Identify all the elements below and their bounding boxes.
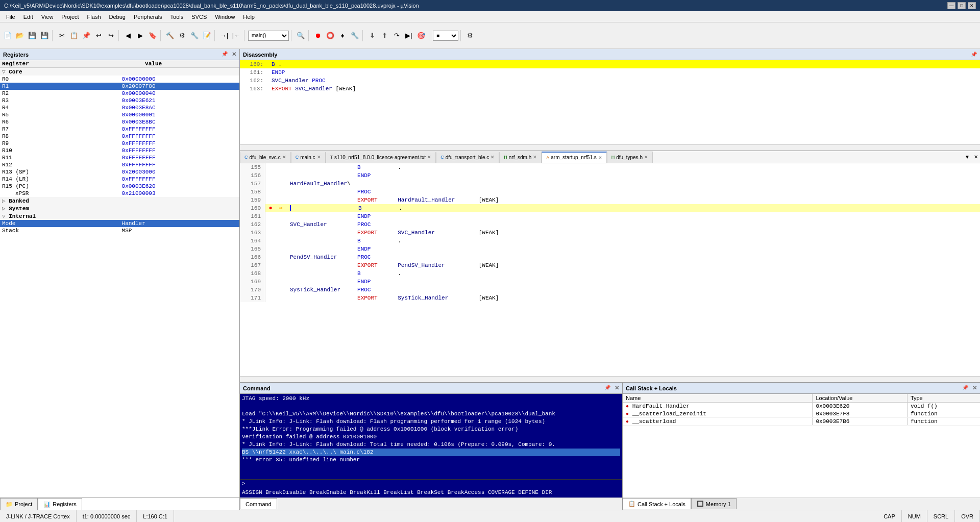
maximize-button[interactable]: □ [958,2,966,9]
line-breakpoint[interactable] [265,171,276,180]
tb-step-in[interactable]: ⬇ [366,30,378,41]
table-row[interactable]: R9 0xFFFFFFFF [0,140,239,147]
line-breakpoint[interactable] [265,163,276,171]
minimize-button[interactable]: — [947,2,955,9]
menu-debug[interactable]: Debug [105,13,130,21]
tab-main-c[interactable]: C main.c ✕ [291,152,326,163]
callstack-close-icon[interactable]: ✕ [972,385,977,391]
tab-close-icon[interactable]: ✕ [533,155,537,160]
code-horizontal-scrollbar[interactable] [240,376,980,382]
tab-close-icon[interactable]: ✕ [644,155,648,160]
table-row[interactable]: R0 0x00000000 [0,76,239,83]
line-breakpoint[interactable] [265,286,276,294]
line-breakpoint[interactable] [265,229,276,237]
tb-save[interactable]: 💾 [27,30,38,41]
line-breakpoint[interactable] [265,253,276,261]
code-content[interactable]: 155 B . 156 ENDP 157 [240,163,980,376]
line-breakpoint[interactable] [265,245,276,253]
menu-file[interactable]: File [2,13,19,21]
line-breakpoint[interactable] [265,237,276,245]
tb-unindent[interactable]: |← [231,30,242,41]
line-breakpoint[interactable] [265,278,276,286]
menu-project[interactable]: Project [57,13,83,21]
registers-pin-icon[interactable]: 📌 [222,51,228,58]
tb-rebuild[interactable]: 🔧 [189,30,200,41]
tb-window-select[interactable]: ■ [433,31,458,41]
registers-close-icon[interactable]: ✕ [232,51,236,58]
tab-memory1[interactable]: 🔲 Memory 1 [691,498,737,509]
tb-back[interactable]: ◀ [122,30,134,41]
tab-project[interactable]: 📁 Project [0,498,38,510]
tb-reset[interactable]: ♦ [337,30,348,41]
tab-arm-startup[interactable]: A arm_startup_nrf51.s ✕ [542,152,607,163]
table-row[interactable]: R2 0x00000040 [0,90,239,97]
tb-target-select[interactable]: main() [248,31,289,41]
menu-flash[interactable]: Flash [83,13,105,21]
tb-run[interactable]: ⏺ [312,30,324,41]
table-row[interactable]: Mode Handler [0,220,239,227]
menu-window[interactable]: Window [211,13,239,21]
table-row[interactable]: ▷ System [0,205,239,212]
table-row[interactable]: R5 0x00000001 [0,111,239,118]
tb-cut[interactable]: ✂ [56,30,67,41]
close-button[interactable]: ✕ [968,2,976,9]
banked-expand-icon[interactable]: ▷ [2,198,6,204]
tab-dfu-transport[interactable]: C dfu_transport_ble.c ✕ [436,152,499,163]
table-row[interactable]: R4 0x0003E8AC [0,104,239,111]
line-breakpoint[interactable]: ● [265,204,276,212]
menu-svcs[interactable]: SVCS [187,13,211,21]
tb-build[interactable]: 🔨 [164,30,176,41]
command-close-icon[interactable]: ✕ [615,385,619,391]
line-breakpoint[interactable] [265,212,276,220]
tb-undo[interactable]: ↩ [93,30,104,41]
table-row[interactable]: R8 0xFFFFFFFF [0,133,239,140]
line-breakpoint[interactable] [265,180,276,188]
tb-new[interactable]: 📄 [2,30,13,41]
tb-search[interactable]: 🔍 [295,30,306,41]
line-breakpoint[interactable] [265,269,276,278]
menu-tools[interactable]: Tools [166,13,188,21]
tb-open[interactable]: 📂 [14,30,26,41]
tb-copy[interactable]: 📋 [68,30,80,41]
tb-step-out[interactable]: ⬆ [379,30,390,41]
table-row[interactable]: Stack MSP [0,227,239,234]
table-row[interactable]: xPSR 0x21000003 [0,190,239,197]
tb-debug-more[interactable]: 🔧 [349,30,360,41]
tb-indent[interactable]: →| [218,30,230,41]
internal-expand-icon[interactable]: ▽ [2,213,6,219]
menu-view[interactable]: View [37,13,58,21]
table-row[interactable]: R13 (SP) 0x20003000 [0,168,239,176]
tab-close-icon[interactable]: ✕ [491,155,495,160]
callstack-row[interactable]: ● __scatterload_zeroinit 0x0003E7F8 func… [623,410,980,418]
table-row[interactable]: ▷ Banked [0,197,239,205]
callstack-row[interactable]: ● __scatterload 0x0003E7B6 function [623,418,980,426]
tab-s110-licence[interactable]: T s110_nrf51_8.0.0_licence-agreement.txt… [326,152,436,163]
tab-close-all-button[interactable]: ✕ [972,154,980,160]
tab-close-icon[interactable]: ✕ [598,155,602,160]
tab-command[interactable]: Command [240,498,277,509]
menu-peripherals[interactable]: Peripherals [130,13,166,21]
disasm-pin-icon[interactable]: 📌 [971,52,977,57]
command-pin-icon[interactable]: 📌 [604,385,610,391]
tab-callstack-locals[interactable]: 📋 Call Stack + Locals [623,498,691,509]
table-row[interactable]: ▽ Core [0,68,239,76]
core-expand-icon[interactable]: ▽ [2,69,6,75]
tab-close-icon[interactable]: ✕ [282,155,286,160]
table-row[interactable]: R6 0x0003E8BC [0,118,239,126]
tab-close-icon[interactable]: ✕ [427,155,431,160]
tb-paste[interactable]: 📌 [81,30,92,41]
line-breakpoint[interactable] [265,196,276,204]
system-expand-icon[interactable]: ▷ [2,206,6,212]
tab-close-icon[interactable]: ✕ [317,155,321,160]
command-output[interactable]: JTAG speed: 2000 kHz Load "C:\\Keil_v5\\… [240,394,622,479]
table-row[interactable]: R15 (PC) 0x0003E620 [0,183,239,190]
tab-dfu-ble-svc[interactable]: C dfu_ble_svc.c ✕ [240,152,291,163]
tb-step-over[interactable]: ↷ [391,30,402,41]
tb-show-pc[interactable]: 🎯 [415,30,427,41]
tb-redo[interactable]: ↪ [105,30,116,41]
tb-forward[interactable]: ▶ [135,30,146,41]
command-input[interactable] [246,481,620,487]
tb-saveall[interactable]: 💾 [39,30,50,41]
table-row[interactable]: ▽ Internal [0,212,239,220]
tb-stop[interactable]: ⭕ [325,30,336,41]
